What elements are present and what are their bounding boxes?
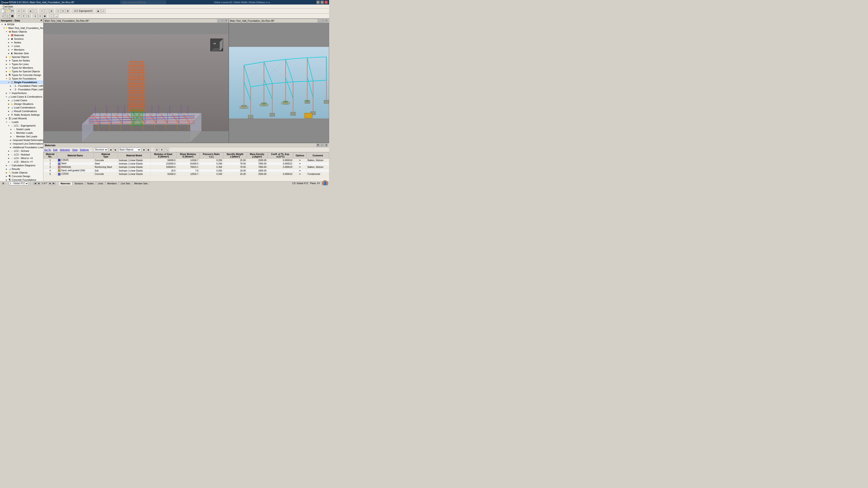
nav-item-imposed-line-def[interactable]: ▶↕Imposed Line Deformations — [0, 142, 43, 145]
nav-item-loads[interactable]: ▼↓Loads — [0, 120, 43, 124]
solid-btn[interactable]: ⬛ — [10, 14, 14, 18]
bottom-panel-maximize[interactable]: □ — [320, 144, 324, 147]
nav-item-rfem[interactable]: ▼🖥RFEM — [0, 23, 43, 26]
view3d-btn[interactable]: ◻ — [0, 14, 5, 18]
open-btn[interactable]: 📂 — [5, 9, 10, 13]
run-calc-btn[interactable]: ▶ — [96, 9, 101, 13]
first-page-btn[interactable]: |◀ — [33, 182, 37, 185]
rotate-btn[interactable]: ↻ — [61, 9, 65, 13]
nav-item-found-1[interactable]: ▶📄1 - Foundation Plate | without Groundw… — [0, 84, 43, 88]
nav-item-types-for-concrete-design[interactable]: ▶🏗Types for Concrete Design — [0, 73, 43, 77]
nav-item-concrete-foundations[interactable]: ▶🏗Concrete Foundations — [0, 178, 43, 181]
nav-item-design-situations[interactable]: ▶📐Design Situations — [0, 102, 43, 106]
table-tab-materials[interactable]: Materials — [59, 182, 72, 185]
table-tab-line-sets[interactable]: Line Sets — [119, 182, 132, 185]
table-row[interactable]: 2 Steel Steel Isotropic | Linear Elastic… — [43, 162, 329, 165]
bottom-panel-close[interactable]: ✕ — [324, 144, 328, 147]
nav-item-member-sets[interactable]: ▶◧Member Sets — [0, 52, 43, 55]
filter2-prev-btn[interactable]: ◀ — [142, 148, 146, 152]
nav-item-nodes[interactable]: ▶●Nodes — [0, 41, 43, 44]
table-tab-sections[interactable]: Sections — [72, 182, 85, 185]
member-display-btn[interactable]: ━ — [38, 14, 42, 18]
new-btn[interactable]: 📄 — [0, 9, 5, 13]
table-row[interactable]: 5 C25/30 Concrete Isotropic | Linear Ela… — [43, 172, 329, 176]
status-lc[interactable]: 1 - Global XYZ — [7, 182, 30, 185]
surface-display-btn[interactable]: ▣ — [42, 14, 47, 18]
nav-item-static-analysis-settings[interactable]: ▶⚙Static Analysis Settings — [0, 113, 43, 117]
nav-item-lc3[interactable]: ▶↓LC3 - Nutzlast — [0, 153, 43, 156]
vp-left-minimize[interactable]: _ — [217, 19, 220, 22]
nav-item-lc4[interactable]: ▶↓LC4 - Wind in +X — [0, 156, 43, 160]
nav-item-types-for-members[interactable]: ▶━Types for Members — [0, 66, 43, 70]
nav-item-load-combinations[interactable]: ▶📊Load Combinations — [0, 106, 43, 109]
nav-item-lc2[interactable]: ▶↓LC2 - Schnee — [0, 149, 43, 153]
front-view-btn[interactable]: F — [22, 14, 26, 18]
load-display-btn[interactable]: ↓ — [49, 14, 54, 18]
nav-item-imposed-nodal-def[interactable]: ▶↕Imposed Nodal Deformations — [0, 138, 43, 142]
search-table-btn[interactable]: 🔍 — [164, 148, 169, 152]
view-link[interactable]: View — [72, 149, 78, 151]
nav-item-project[interactable]: ▼📁Main-Test_Hall_Foundation_No-Res.rf6* — [0, 26, 43, 30]
select-btn[interactable]: ↖ — [56, 9, 61, 13]
wireframe-btn[interactable]: ⬡ — [5, 14, 10, 18]
nav-item-members[interactable]: ▶━Members — [0, 48, 43, 52]
nav-item-types-for-nodes[interactable]: ▶●Types for Nodes — [0, 59, 43, 62]
nav-item-basic-objects[interactable]: ▼📦Basic Objects — [0, 30, 43, 33]
menu-item-assign[interactable]: Assign — [1, 2, 15, 5]
calc-btn[interactable]: ⚙ — [160, 148, 164, 152]
nav-item-types-for-special-objects[interactable]: ▶⭐Types for Special Objects — [0, 70, 43, 73]
edit-link[interactable]: Edit — [53, 149, 57, 151]
nav-item-member-loads[interactable]: ▶↓Member Loads — [0, 131, 43, 135]
nav-item-types-for-foundations[interactable]: ▼🏠Types for Foundations — [0, 77, 43, 80]
left-viewport-canvas[interactable]: +X Y — [43, 23, 228, 142]
table-tab-nodes[interactable]: Nodes — [85, 182, 96, 185]
table-tab-member-sets[interactable]: Member Sets — [132, 182, 150, 185]
result-display-btn[interactable]: 📊 — [54, 14, 59, 18]
nav-item-result-combinations[interactable]: ▶📊Result Combinations — [0, 109, 43, 113]
vp-left-maximize[interactable]: □ — [221, 19, 224, 22]
nav-item-concrete-design[interactable]: ▶🏗Concrete Design — [0, 174, 43, 178]
maximize-button[interactable]: □ — [320, 1, 324, 4]
menu-item-insert[interactable]: Insert — [1, 0, 15, 2]
zoom-fit-btn[interactable]: ⊞ — [49, 9, 54, 13]
vp-right-maximize[interactable]: □ — [321, 19, 324, 22]
node-display-btn[interactable]: ● — [33, 14, 37, 18]
go-to-link[interactable]: Go To — [44, 149, 51, 151]
nav-item-load-cases-combinations[interactable]: ▼📊Load Cases & Combinations — [0, 95, 43, 98]
nav-item-types-for-lines[interactable]: ▶━Types for Lines — [0, 62, 43, 66]
check-btn[interactable]: ✓ — [101, 9, 105, 13]
save-btn[interactable]: 💾 — [10, 9, 14, 13]
vp-right-close[interactable]: ✕ — [325, 19, 328, 22]
nav-item-found-2[interactable]: ▶📄2 - Foundation Plate | without Groundw… — [0, 88, 43, 91]
vp-right-minimize[interactable]: _ — [318, 19, 321, 22]
nav-item-load-cases[interactable]: ▶📊Load Cases — [0, 98, 43, 102]
side-view-btn[interactable]: S — [26, 14, 31, 18]
nav-item-single-foundations[interactable]: ▼🏠Single Foundations — [0, 80, 43, 84]
nav-item-materials[interactable]: ▶🧱Materials — [0, 33, 43, 37]
nav-item-results[interactable]: ▶📊Results — [0, 167, 43, 171]
prev-page-btn[interactable]: ◀ — [37, 182, 40, 185]
top-view-btn[interactable]: T — [17, 14, 21, 18]
basic-objects-select[interactable]: Basic Objects — [119, 148, 141, 152]
structure-select[interactable]: Structure — [94, 148, 108, 152]
minimize-button[interactable]: — — [316, 1, 320, 4]
nav-item-sections[interactable]: ▶▣Sections — [0, 37, 43, 41]
nav-item-load-wizards[interactable]: ▶🧙Load Wizards — [0, 117, 43, 120]
filter2-next-btn[interactable]: ▶ — [147, 148, 151, 152]
nav-item-nodal-loads[interactable]: ▶↓Nodal Loads — [0, 127, 43, 131]
nav-item-lines[interactable]: ▶━Lines — [0, 44, 43, 48]
right-viewport-canvas[interactable] — [229, 23, 329, 142]
undo-btn[interactable]: ↩ — [17, 9, 21, 13]
bottom-panel-float[interactable]: ⇱ — [316, 144, 320, 147]
filter-next-btn[interactable]: ▶ — [114, 148, 118, 152]
nav-item-special-objects[interactable]: ▶⭐Special Objects — [0, 55, 43, 59]
table-tab-members[interactable]: Members — [105, 182, 119, 185]
last-page-btn[interactable]: ▶| — [52, 182, 55, 185]
zoom-in-btn[interactable]: + — [40, 9, 44, 13]
table-row[interactable]: 3 B500S(A) Reinforcing Steel Isotropic |… — [43, 165, 329, 169]
redo-btn[interactable]: ↪ — [22, 9, 26, 13]
nav-close-btn[interactable]: ✕ — [40, 19, 42, 22]
move-btn[interactable]: ✥ — [66, 9, 70, 13]
filter-prev-btn[interactable]: ◀ — [108, 148, 113, 152]
vp-left-close[interactable]: ✕ — [224, 19, 228, 22]
